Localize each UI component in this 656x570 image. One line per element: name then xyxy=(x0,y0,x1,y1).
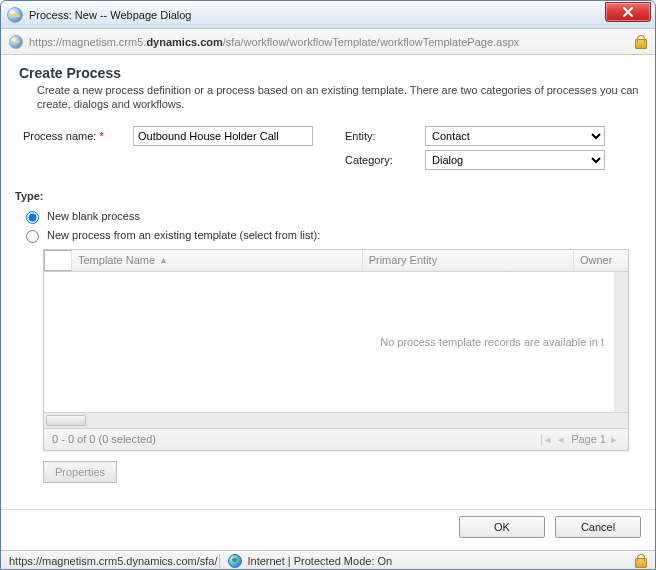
globe-icon xyxy=(228,554,242,568)
content-area: Create Process Create a new process defi… xyxy=(1,55,655,550)
entity-row: Entity: Contact xyxy=(345,126,641,146)
grid-empty-text: No process template records are availabl… xyxy=(380,336,604,348)
ok-button[interactable]: OK xyxy=(459,516,545,538)
radio-template-label: New process from an existing template (s… xyxy=(47,229,320,241)
dialog-buttons: OK Cancel xyxy=(459,516,641,538)
grid-col-primary-entity[interactable]: Primary Entity xyxy=(363,250,574,271)
form-grid: Process name:* Entity: Contact Category:… xyxy=(15,122,641,174)
process-name-input[interactable] xyxy=(133,126,313,146)
status-separator xyxy=(219,554,220,568)
entity-label: Entity: xyxy=(345,130,425,142)
grid-footer: 0 - 0 of 0 (0 selected) |◂ ◂ Page 1 ▸ xyxy=(44,428,628,450)
status-zone: Internet | Protected Mode: On xyxy=(247,555,392,567)
lock-icon xyxy=(633,35,647,49)
status-url: https://magnetism.crm5.dynamics.com/sfa/ xyxy=(9,555,217,567)
url-text[interactable]: https://magnetism.crm5.dynamics.com/sfa/… xyxy=(29,36,633,48)
type-label: Type: xyxy=(15,190,641,202)
cancel-button[interactable]: Cancel xyxy=(555,516,641,538)
pager-next-icon[interactable]: ▸ xyxy=(611,433,619,446)
url-prefix: https://magnetism.crm5. xyxy=(29,36,146,48)
grid-body: No process template records are availabl… xyxy=(44,272,628,412)
grid-h-scrollbar[interactable] xyxy=(44,412,628,428)
grid-count: 0 - 0 of 0 (0 selected) xyxy=(52,433,156,445)
page-description: Create a new process definition or a pro… xyxy=(37,83,641,112)
type-option-blank[interactable]: New blank process xyxy=(21,208,641,224)
radio-blank-label: New blank process xyxy=(47,210,140,222)
ie-icon xyxy=(9,35,23,49)
status-bar: https://magnetism.crm5.dynamics.com/sfa/… xyxy=(1,550,655,570)
category-label: Category: xyxy=(345,154,425,166)
grid-col-template-name[interactable]: Template Name ▲ xyxy=(72,250,363,271)
category-row: Category: Dialog xyxy=(345,150,641,170)
close-button[interactable] xyxy=(605,2,651,22)
pager-first-icon[interactable]: |◂ xyxy=(540,433,553,446)
template-grid: Template Name ▲ Primary Entity Owner No … xyxy=(43,249,629,451)
lock-icon xyxy=(633,554,647,568)
address-bar: https://magnetism.crm5.dynamics.com/sfa/… xyxy=(1,29,655,55)
category-select[interactable]: Dialog xyxy=(425,150,605,170)
page-heading: Create Process xyxy=(19,65,641,81)
divider xyxy=(1,509,655,510)
pager-page-label: Page 1 xyxy=(571,433,606,445)
radio-blank[interactable] xyxy=(26,211,39,224)
grid-col-select[interactable] xyxy=(44,250,72,271)
radio-template[interactable] xyxy=(26,230,39,243)
ie-icon xyxy=(7,7,23,23)
grid-pager: |◂ ◂ Page 1 ▸ xyxy=(539,433,620,446)
close-icon xyxy=(622,6,634,18)
url-domain: dynamics.com xyxy=(146,36,222,48)
properties-button: Properties xyxy=(43,461,117,483)
entity-select[interactable]: Contact xyxy=(425,126,605,146)
pager-prev-icon[interactable]: ◂ xyxy=(558,433,566,446)
grid-col-owner[interactable]: Owner xyxy=(574,250,628,271)
process-name-label: Process name:* xyxy=(23,130,133,142)
process-name-row: Process name:* xyxy=(23,126,319,146)
window-title: Process: New -- Webpage Dialog xyxy=(29,9,605,21)
url-suffix: /sfa/workflow/workflowTemplate/workflowT… xyxy=(223,36,520,48)
titlebar: Process: New -- Webpage Dialog xyxy=(1,1,655,29)
grid-header: Template Name ▲ Primary Entity Owner xyxy=(44,250,628,272)
sort-asc-icon: ▲ xyxy=(159,255,168,265)
scrollbar-thumb[interactable] xyxy=(46,415,86,426)
type-option-template[interactable]: New process from an existing template (s… xyxy=(21,227,641,243)
